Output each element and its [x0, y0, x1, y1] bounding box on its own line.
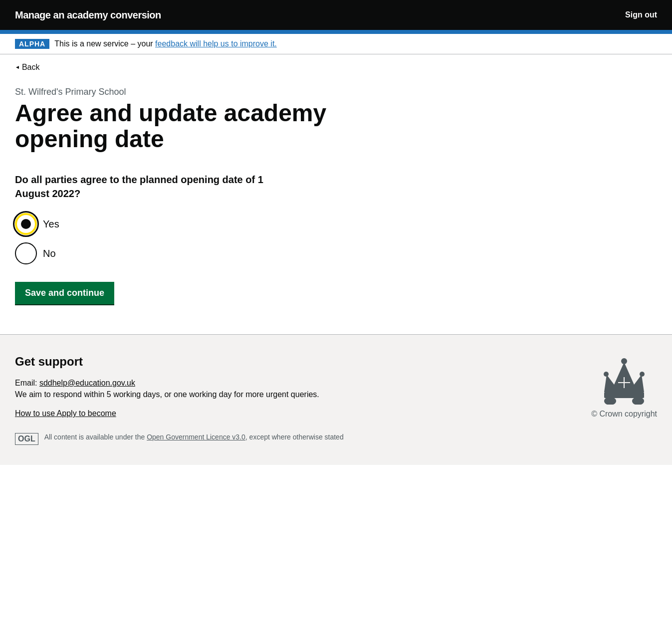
site-title: Manage an academy conversion	[15, 9, 161, 21]
school-name: St. Wilfred's Primary School	[15, 87, 384, 97]
page-title: Agree and update academy opening date	[15, 100, 384, 153]
sign-out-link[interactable]: Sign out	[625, 10, 657, 19]
svg-point-4	[604, 397, 616, 405]
radio-yes-input[interactable]	[15, 213, 37, 235]
radio-no-label[interactable]: No	[15, 242, 384, 264]
ogl-link[interactable]: Open Government Licence v3.0	[147, 433, 245, 441]
footer: Get support Email: sddhelp@education.gov…	[0, 334, 672, 465]
progress-bar	[0, 30, 672, 34]
ogl-section: OGL All content is available under the O…	[15, 433, 344, 445]
footer-right: © Crown copyright	[591, 355, 657, 419]
main-content: St. Wilfred's Primary School Agree and u…	[0, 72, 399, 335]
svg-point-5	[632, 397, 644, 405]
svg-point-2	[604, 372, 609, 377]
ogl-text: All content is available under the Open …	[44, 433, 344, 441]
footer-content: Get support Email: sddhelp@education.gov…	[15, 355, 657, 445]
back-link-container: Back	[0, 54, 672, 72]
crown-logo-icon	[594, 355, 654, 405]
opening-date-fieldset: Do all parties agree to the planned open…	[15, 173, 384, 282]
feedback-link[interactable]: feedback will help us to improve it.	[155, 39, 277, 48]
radio-group: Yes No	[15, 213, 384, 264]
question-label: Do all parties agree to the planned open…	[15, 173, 294, 201]
site-header: Manage an academy conversion Sign out	[0, 0, 672, 30]
alpha-banner-text: This is a new service – your feedback wi…	[54, 39, 277, 48]
back-link[interactable]: Back	[15, 63, 39, 72]
ogl-badge: OGL	[15, 433, 38, 445]
crown-copyright-text: © Crown copyright	[591, 410, 657, 419]
radio-no-input[interactable]	[15, 242, 37, 264]
how-to-use-link[interactable]: How to use Apply to become	[15, 409, 116, 418]
radio-no-text: No	[43, 248, 56, 259]
radio-yes-label[interactable]: Yes	[15, 213, 384, 235]
footer-support-heading: Get support	[15, 355, 344, 369]
footer-email-link[interactable]: sddhelp@education.gov.uk	[39, 379, 135, 387]
footer-left: Get support Email: sddhelp@education.gov…	[15, 355, 344, 445]
save-continue-button[interactable]: Save and continue	[15, 282, 114, 304]
alpha-tag: ALPHA	[15, 39, 49, 49]
footer-support-text: We aim to respond within 5 working days,…	[15, 390, 344, 399]
svg-point-3	[640, 372, 645, 377]
svg-point-1	[621, 358, 627, 364]
alpha-banner: ALPHA This is a new service – your feedb…	[0, 34, 672, 54]
footer-email-line: Email: sddhelp@education.gov.uk	[15, 379, 344, 388]
radio-yes-text: Yes	[43, 218, 59, 230]
